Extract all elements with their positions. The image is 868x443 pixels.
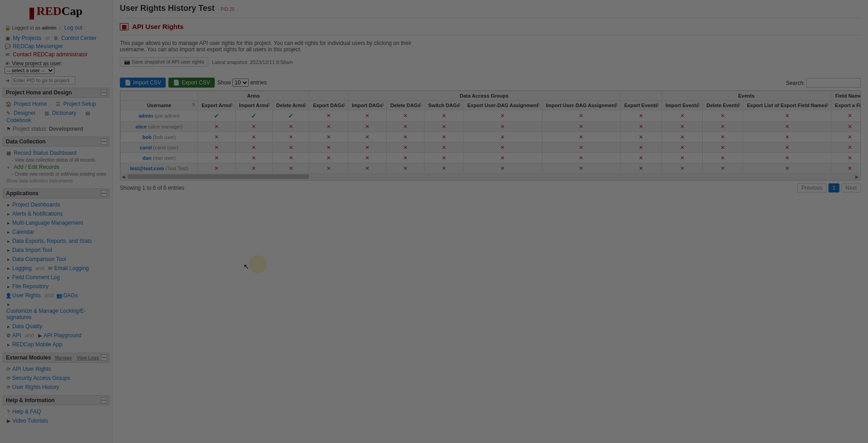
messenger-link[interactable]: REDCap Messenger — [12, 43, 64, 50]
api-link[interactable]: API — [11, 332, 22, 339]
column-header[interactable]: Import DAGs — [348, 101, 386, 110]
permission-cell: ✕ — [235, 163, 272, 174]
permission-cell: ✕ — [703, 132, 743, 143]
app-link-4[interactable]: Data Exports, Reports, and Stats — [11, 237, 93, 245]
username-cell[interactable]: test@test.com (Test Test) — [121, 163, 198, 174]
scroll-thumb[interactable] — [128, 174, 309, 179]
column-header[interactable]: Export Arms — [198, 101, 236, 110]
codebook-icon: ▤ — [84, 110, 90, 116]
import-csv-button[interactable]: 📄Import CSV — [120, 78, 166, 88]
designer-link[interactable]: Designer — [13, 109, 36, 117]
export-csv-button[interactable]: 📄Export CSV — [168, 78, 215, 88]
column-header[interactable]: Export List of Export Field Names — [743, 101, 831, 110]
username-cell[interactable]: carol (carol user) — [121, 143, 198, 153]
collapse-icon[interactable]: — — [101, 354, 107, 361]
plus-icon: ＋ — [5, 164, 11, 171]
app-link-1[interactable]: Alerts & Notifications — [11, 210, 64, 217]
collapse-icon[interactable]: — — [101, 397, 107, 404]
permission-cell: ✕ — [743, 143, 831, 153]
control-center-link[interactable]: Control Center — [60, 34, 98, 42]
column-header[interactable]: Username — [121, 101, 198, 110]
app2-link-1[interactable]: File Repository — [11, 283, 49, 290]
record-dashboard-link[interactable]: Record Status Dashboard — [13, 149, 77, 157]
x-icon: ✕ — [785, 144, 789, 151]
file-icon: 📄 — [124, 79, 131, 86]
collapse-icon[interactable]: — — [101, 190, 107, 197]
ext-manage-link[interactable]: Manage — [54, 355, 73, 361]
pencil-icon: ✎ — [5, 110, 11, 116]
collapse-icon[interactable]: — — [101, 89, 107, 96]
goto-pid-input[interactable] — [12, 76, 75, 84]
search-input[interactable] — [806, 78, 861, 88]
app-link-2[interactable]: Multi-Language Management — [11, 219, 84, 226]
ext-viewlogs-link[interactable]: View Logs — [76, 355, 100, 361]
scroll-left-icon[interactable]: ◀ — [120, 174, 127, 180]
previous-button[interactable]: Previous — [797, 183, 827, 192]
column-header[interactable]: Export Events — [620, 101, 661, 110]
app2-link-0[interactable]: Field Comment Log — [11, 274, 61, 281]
permission-cell: ✕ — [386, 163, 424, 174]
column-header[interactable]: Import Events — [661, 101, 702, 110]
app-link-3[interactable]: Calendar — [11, 228, 35, 236]
column-header[interactable]: Export DAGs — [309, 101, 348, 110]
view-as-select[interactable]: -- select a user -- — [5, 67, 54, 74]
permission-cell: ✕ — [743, 132, 831, 143]
permission-cell: ✕ — [235, 153, 272, 163]
project-home-link[interactable]: Project Home — [13, 100, 48, 108]
x-icon: ✕ — [720, 155, 725, 161]
entries-select[interactable]: 10 — [232, 79, 249, 87]
ext-module-2[interactable]: User Rights History — [11, 384, 60, 391]
x-icon: ✕ — [403, 165, 408, 172]
mobile-app-link[interactable]: REDCap Mobile App — [11, 341, 63, 348]
video-tutorials-link[interactable]: Video Tutorials — [11, 417, 49, 424]
contact-admin-link[interactable]: Contact REDCap administrator — [12, 51, 89, 58]
permission-cell: ✕ — [831, 163, 861, 174]
column-header[interactable]: Switch DAGs — [424, 101, 464, 110]
logging-link[interactable]: Logging — [11, 265, 33, 272]
ext-module-0[interactable]: API User Rights — [11, 365, 52, 373]
app-link-0[interactable]: Project Dashboards — [11, 201, 61, 208]
permission-cell: ✕ — [661, 143, 702, 153]
app-link-5[interactable]: Data Import Tool — [11, 246, 53, 254]
gear-icon: ⚙ — [53, 35, 59, 41]
ext-module-1[interactable]: Security Access Groups — [11, 374, 71, 382]
horizontal-scrollbar[interactable]: ◀ ▶ — [120, 174, 860, 180]
app3-link-0[interactable]: Customize & Manage Locking/E-signatures — [5, 307, 107, 321]
x-icon: ✕ — [680, 144, 685, 151]
scroll-right-icon[interactable]: ▶ — [854, 174, 860, 180]
username-cell[interactable]: bob (bob user) — [121, 132, 198, 143]
x-icon: ✕ — [720, 144, 725, 151]
add-edit-records-link[interactable]: Add / Edit Records — [13, 163, 60, 171]
x-icon: ✕ — [639, 123, 643, 130]
my-projects-link[interactable]: My Projects — [12, 34, 42, 42]
column-header[interactable]: Delete Events — [703, 101, 743, 110]
column-header[interactable]: Import User-DAG Assignment — [542, 101, 620, 110]
dags-link[interactable]: DAGs — [62, 292, 79, 299]
project-setup-link[interactable]: Project Setup — [62, 100, 97, 108]
column-header[interactable]: Delete DAGs — [386, 101, 424, 110]
help-faq-link[interactable]: Help & FAQ — [11, 408, 42, 415]
collapse-icon[interactable]: — — [101, 138, 107, 145]
user-rights-link[interactable]: User Rights — [11, 292, 42, 299]
show-instruments-link[interactable]: Show data collection instruments — [5, 178, 74, 184]
permission-cell: ✕ — [743, 122, 831, 132]
column-header[interactable]: Export User-DAG Assignment — [464, 101, 542, 110]
logout-link[interactable]: Log out — [64, 24, 84, 31]
column-header[interactable]: Export a File — [831, 101, 861, 110]
permission-cell: ✕ — [464, 163, 542, 174]
codebook-link[interactable]: Codebook — [5, 117, 32, 124]
app3-link-1[interactable]: Data Quality — [11, 323, 43, 330]
column-header[interactable]: Delete Arms — [272, 101, 309, 110]
next-button[interactable]: Next — [841, 183, 861, 192]
column-header[interactable]: Import Arms — [235, 101, 272, 110]
permission-cell: ✕ — [542, 110, 620, 122]
username-cell[interactable]: admin (joe admin) — [121, 110, 198, 122]
dictionary-link[interactable]: Dictionary — [51, 109, 77, 117]
username-cell[interactable]: dan (dan user) — [121, 153, 198, 163]
email-logging-link[interactable]: Email Logging — [53, 265, 89, 272]
api-playground-link[interactable]: API Playground — [43, 332, 82, 339]
app-link-6[interactable]: Data Comparison Tool — [11, 256, 67, 263]
username-cell[interactable]: alice (alice manager) — [121, 122, 198, 132]
save-snapshot-button[interactable]: 📷 Save snapshot of API user rights — [120, 57, 208, 67]
page-1-button[interactable]: 1 — [829, 183, 840, 192]
